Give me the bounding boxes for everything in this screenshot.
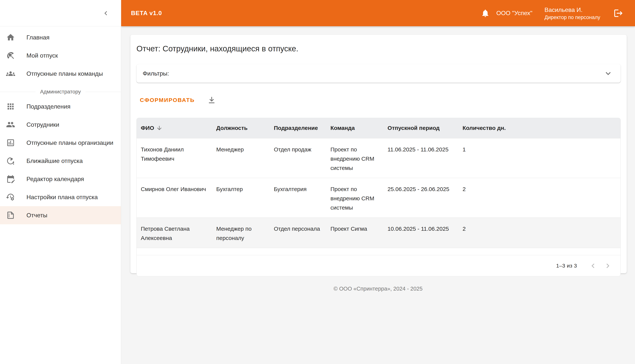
beach-umbrella-icon [6, 51, 15, 60]
footer: © ООО «Спринтерра», 2024 - 2025 [121, 286, 635, 292]
sidebar-item-label: Главная [27, 34, 50, 41]
cell-days: 1 [458, 138, 620, 178]
table-row[interactable]: Петрова Светлана Алексеевна Менеджер по … [137, 218, 620, 248]
groups-icon [6, 69, 15, 78]
sort-desc-arrow-icon [156, 125, 163, 131]
table-row[interactable]: Тихонов Даниил Тимофеевич Менеджер Отдел… [137, 138, 620, 178]
cell-period: 11.06.2025 - 11.06.2025 [384, 138, 458, 178]
sidebar-item-upcoming-vacations[interactable]: Ближайшие отпуска [0, 152, 121, 170]
generate-row: СФОРМИРОВАТЬ [136, 95, 621, 105]
sidebar-section-label: Администратору [40, 89, 81, 95]
copyright-text: © ООО «Спринтерра», 2024 - 2025 [334, 286, 423, 292]
column-header-position[interactable]: Должность [212, 118, 270, 138]
column-header-department[interactable]: Подразделение [270, 118, 327, 138]
cell-department: Отдел продаж [270, 138, 327, 178]
cell-team: Проект по внедрению CRM системы [327, 138, 384, 178]
pagination-range-label: 1–3 из 3 [556, 263, 577, 269]
cell-department: Бухгалтерия [270, 178, 327, 218]
sidebar-section-admin: Администратору [0, 86, 121, 98]
table-pagination: 1–3 из 3 [137, 255, 620, 276]
download-button[interactable] [206, 94, 218, 106]
cell-department: Отдел персонала [270, 218, 327, 248]
sidebar: Главная Мой отпуск Отпускные планы коман… [0, 0, 121, 364]
sidebar-item-employees[interactable]: Сотрудники [0, 116, 121, 134]
chevron-down-icon [603, 68, 613, 78]
divider [0, 92, 36, 92]
column-header-label: Количество дн. [462, 125, 506, 131]
column-header-days[interactable]: Количество дн. [458, 118, 620, 138]
sidebar-item-label: Настройки плана отпуска [27, 194, 98, 201]
table-header-row: ФИО Должность Подразделение Команда Отпу… [137, 118, 620, 138]
bar-chart-icon [6, 138, 15, 147]
organization-name: ООО "Успех" [496, 10, 532, 16]
calendar-edit-icon [6, 174, 15, 184]
bell-icon [481, 9, 490, 18]
cell-days: 2 [458, 218, 620, 248]
sidebar-item-calendar-editor[interactable]: Редактор календаря [0, 170, 121, 188]
sidebar-item-label: Ближайшие отпуска [27, 158, 83, 164]
sidebar-header [0, 0, 121, 26]
cell-fio: Смирнов Олег Иванович [137, 178, 212, 218]
page-title: Отчет: Сотрудники, находящиеся в отпуске… [136, 43, 621, 54]
cell-fio: Петрова Светлана Алексеевна [137, 218, 212, 248]
column-header-label: Подразделение [274, 125, 318, 131]
home-icon [6, 33, 15, 42]
download-icon [207, 95, 216, 105]
cell-period: 25.06.2025 - 26.06.2025 [384, 178, 458, 218]
sidebar-item-label: Мой отпуск [27, 52, 58, 59]
filters-accordion[interactable]: Фильтры: [136, 64, 621, 83]
column-header-label: ФИО [141, 125, 154, 131]
chevron-left-icon [102, 9, 110, 17]
user-block[interactable]: Васильева И. Директор по персоналу [544, 6, 600, 21]
appbar: BETA v1.0 ООО "Успех" Васильева И. Дирек… [121, 0, 635, 26]
app-version-badge: BETA v1.0 [131, 10, 162, 16]
column-header-team[interactable]: Команда [327, 118, 384, 138]
main-content: Отчет: Сотрудники, находящиеся в отпуске… [121, 26, 635, 364]
sidebar-item-reports[interactable]: Отчеты [0, 206, 121, 224]
report-table: ФИО Должность Подразделение Команда Отпу… [137, 118, 620, 255]
sidebar-item-my-vacation[interactable]: Мой отпуск [0, 46, 121, 64]
logout-button[interactable] [611, 6, 625, 20]
sidebar-item-departments[interactable]: Подразделения [0, 98, 121, 116]
cell-position: Менеджер [212, 138, 270, 178]
report-card: Отчет: Сотрудники, находящиеся в отпуске… [130, 35, 627, 273]
cell-period: 10.06.2025 - 11.06.2025 [384, 218, 458, 248]
sidebar-item-label: Редактор календаря [27, 176, 84, 182]
sidebar-item-label: Сотрудники [27, 121, 59, 128]
cell-position: Бухгалтер [212, 178, 270, 218]
notifications-button[interactable] [479, 7, 491, 19]
sidebar-item-label: Подразделения [27, 103, 71, 110]
report-table-container: ФИО Должность Подразделение Команда Отпу… [136, 118, 621, 276]
grid-icon [6, 102, 15, 111]
table-empty-row [137, 248, 620, 255]
sidebar-collapse-button[interactable] [98, 5, 114, 22]
sidebar-item-team-vacation-plans[interactable]: Отпускные планы команды [0, 64, 121, 83]
filters-label: Фильтры: [143, 70, 169, 77]
logout-icon [613, 8, 623, 18]
cell-team: Проект Сигма [327, 218, 384, 248]
table-row[interactable]: Смирнов Олег Иванович Бухгалтер Бухгалте… [137, 178, 620, 218]
sidebar-item-label: Отчеты [27, 212, 48, 219]
chevron-right-icon [603, 261, 612, 270]
pagination-prev-button[interactable] [586, 258, 600, 273]
column-header-label: Должность [216, 125, 248, 131]
column-header-label: Команда [331, 125, 355, 131]
sidebar-nav: Главная Мой отпуск Отпускные планы коман… [0, 26, 121, 224]
sidebar-item-org-vacation-plans[interactable]: Отпускные планы организации [0, 134, 121, 152]
sidebar-item-label: Отпускные планы организации [27, 139, 113, 146]
upcoming-vacations-icon [6, 156, 15, 166]
column-header-fio[interactable]: ФИО [137, 118, 212, 138]
sidebar-item-vacation-plan-settings[interactable]: Настройки плана отпуска [0, 188, 121, 206]
sidebar-item-home[interactable]: Главная [0, 28, 121, 46]
report-file-icon [6, 211, 15, 220]
user-role: Директор по персоналу [544, 14, 600, 21]
divider [85, 92, 121, 92]
generate-report-button[interactable]: СФОРМИРОВАТЬ [138, 96, 197, 104]
sidebar-item-label: Отпускные планы команды [27, 70, 103, 77]
cell-days: 2 [458, 178, 620, 218]
cell-fio: Тихонов Даниил Тимофеевич [137, 138, 212, 178]
history-settings-icon [6, 192, 15, 202]
column-header-period[interactable]: Отпускной период [384, 118, 458, 138]
chevron-left-icon [588, 261, 597, 270]
pagination-next-button[interactable] [600, 258, 615, 273]
